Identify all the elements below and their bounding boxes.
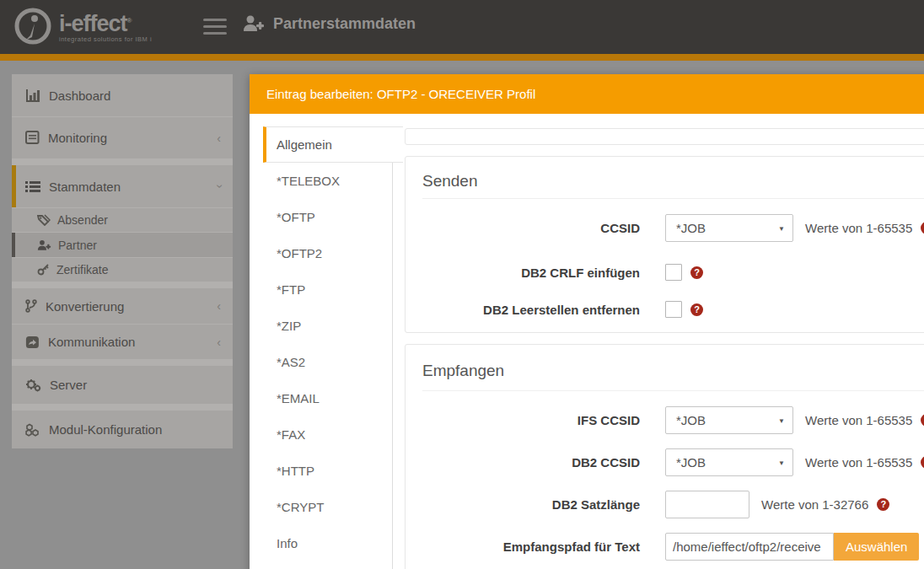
section-title: Empfangen bbox=[422, 362, 924, 380]
sidebar-nav: Dashboard Monitoring Stammdaten bbox=[12, 74, 233, 448]
sidebar-item-label: Absender bbox=[57, 213, 108, 227]
scrolled-panel-edge bbox=[405, 128, 924, 145]
app-logo: i-effect® integrated solutions for IBM i bbox=[13, 7, 152, 46]
edit-entry-dialog: Eintrag bearbeiten: OFTP2 - ORECEIVER Pr… bbox=[250, 74, 924, 569]
page-title: Partnerstammdaten bbox=[273, 15, 416, 33]
list-icon bbox=[25, 180, 40, 193]
select-value: *JOB bbox=[676, 221, 706, 235]
sidebar-item-partner[interactable]: Partner bbox=[12, 233, 233, 257]
tab-fax[interactable]: *FAX bbox=[263, 416, 340, 453]
sidebar-item-label: Monitoring bbox=[48, 131, 107, 145]
brand-name: i-effect® bbox=[59, 10, 152, 35]
db2-ccsid-select[interactable]: *JOB bbox=[665, 448, 793, 476]
sidebar-item-label: Zertifikate bbox=[56, 263, 108, 276]
form-row-empfangspfad: Empfangspfad für Text Auswählen bbox=[422, 533, 924, 561]
field-label: Empfangspfad für Text bbox=[422, 539, 640, 554]
sidebar-item-kommunikation[interactable]: Kommunikation bbox=[12, 325, 233, 359]
menu-toggle-icon[interactable] bbox=[203, 19, 227, 35]
tab-allgemein[interactable]: Allgemein bbox=[263, 126, 403, 163]
logo-swirl-icon bbox=[13, 7, 52, 46]
share-arrow-icon bbox=[25, 335, 40, 349]
form-row-db2-crlf: DB2 CRLF einfügen bbox=[422, 264, 924, 281]
sidebar-item-label: Dashboard bbox=[49, 89, 110, 103]
cubes-icon bbox=[25, 423, 40, 437]
form-row-ifs-ccsid: IFS CCSID *JOB Werte von 1-65535 bbox=[422, 406, 924, 434]
accent-strip bbox=[0, 54, 924, 61]
dialog-title: Eintrag bearbeiten: OFTP2 - ORECEIVER Pr… bbox=[250, 87, 535, 101]
tab-crypt[interactable]: *CRYPT bbox=[263, 489, 340, 525]
chevron-left-icon bbox=[217, 132, 221, 145]
chevron-left-icon bbox=[217, 335, 221, 349]
dialog-header: Eintrag bearbeiten: OFTP2 - ORECEIVER Pr… bbox=[250, 74, 924, 114]
select-arrow-icon bbox=[778, 449, 785, 477]
user-plus-icon bbox=[243, 14, 265, 33]
tab-oftp[interactable]: *OFTP bbox=[263, 199, 340, 235]
tab-telebox[interactable]: *TELEBOX bbox=[263, 163, 340, 199]
tab-content-area: Senden CCSID *JOB Werte von 1-65535 DB2 … bbox=[405, 114, 924, 569]
dialog-body: Allgemein *TELEBOX *OFTP *OFTP2 *FTP *ZI… bbox=[250, 114, 924, 569]
tab-zip[interactable]: *ZIP bbox=[263, 308, 340, 344]
sidebar-item-absender[interactable]: Absender bbox=[12, 208, 233, 232]
tags-icon bbox=[37, 214, 51, 226]
help-icon[interactable] bbox=[690, 303, 703, 316]
book-icon bbox=[25, 131, 40, 145]
sidebar-item-zertifikate[interactable]: Zertifikate bbox=[12, 258, 233, 282]
sidebar-item-stammdaten[interactable]: Stammdaten bbox=[12, 165, 233, 207]
tab-ftp[interactable]: *FTP bbox=[263, 271, 340, 308]
chevron-down-icon bbox=[212, 185, 226, 189]
db2-leerstellen-checkbox[interactable] bbox=[665, 301, 682, 318]
page-header: Partnerstammdaten bbox=[243, 14, 416, 33]
field-label: DB2 CRLF einfügen bbox=[422, 266, 640, 280]
key-icon bbox=[37, 264, 50, 276]
code-branch-icon bbox=[25, 299, 37, 313]
bar-chart-icon bbox=[25, 89, 40, 103]
sidebar-item-konvertierung[interactable]: Konvertierung bbox=[12, 288, 233, 324]
sidebar-item-label: Kommunikation bbox=[48, 335, 135, 349]
ifs-ccsid-select[interactable]: *JOB bbox=[665, 406, 793, 434]
value-range-hint: Werte von 1-32766 bbox=[761, 497, 868, 512]
select-arrow-icon bbox=[778, 407, 785, 435]
senden-panel: Senden CCSID *JOB Werte von 1-65535 DB2 … bbox=[405, 156, 924, 333]
form-row-db2-ccsid: DB2 CCSID *JOB Werte von 1-65535 bbox=[422, 448, 924, 476]
field-label: IFS CCSID bbox=[422, 413, 640, 427]
tab-oftp2[interactable]: *OFTP2 bbox=[263, 235, 340, 271]
sidebar-item-modul-konfiguration[interactable]: Modul-Konfiguration bbox=[12, 411, 233, 448]
section-divider bbox=[422, 390, 924, 391]
sidebar-item-label: Modul-Konfiguration bbox=[49, 422, 162, 437]
sidebar-item-dashboard[interactable]: Dashboard bbox=[12, 74, 233, 116]
registered-mark: ® bbox=[127, 17, 132, 24]
help-icon[interactable] bbox=[921, 456, 924, 469]
help-icon[interactable] bbox=[921, 414, 924, 427]
field-label: CCSID bbox=[422, 221, 640, 235]
help-icon[interactable] bbox=[921, 222, 924, 234]
ccsid-select[interactable]: *JOB bbox=[665, 214, 793, 242]
sidebar-item-label: Server bbox=[50, 378, 87, 392]
gears-icon bbox=[25, 378, 41, 392]
help-icon[interactable] bbox=[690, 266, 703, 279]
field-label: DB2 Leerstellen entfernen bbox=[422, 303, 640, 317]
form-row-db2-satzlaenge: DB2 Satzlänge Werte von 1-32766 bbox=[422, 491, 924, 518]
tab-info[interactable]: Info bbox=[263, 525, 340, 561]
user-plus-icon bbox=[37, 239, 51, 251]
db2-crlf-checkbox[interactable] bbox=[665, 264, 682, 281]
select-arrow-icon bbox=[778, 215, 785, 243]
section-divider bbox=[422, 198, 924, 199]
section-title: Senden bbox=[422, 172, 924, 191]
help-icon[interactable] bbox=[877, 498, 889, 511]
field-label: DB2 Satzlänge bbox=[422, 497, 640, 512]
form-row-db2-leerstellen: DB2 Leerstellen entfernen bbox=[422, 301, 924, 318]
db2-satzlaenge-input[interactable] bbox=[665, 491, 749, 518]
tab-email[interactable]: *EMAIL bbox=[263, 380, 340, 416]
empfangen-panel: Empfangen IFS CCSID *JOB Werte von 1-655… bbox=[405, 344, 924, 569]
field-label: DB2 CCSID bbox=[422, 455, 640, 470]
tab-http[interactable]: *HTTP bbox=[263, 453, 340, 489]
sidebar-item-label: Partner bbox=[58, 239, 97, 252]
auswaehlen-button[interactable]: Auswählen bbox=[834, 533, 919, 561]
tab-as2[interactable]: *AS2 bbox=[263, 344, 340, 380]
empfangspfad-input[interactable] bbox=[665, 533, 834, 561]
sidebar-item-monitoring[interactable]: Monitoring bbox=[12, 117, 233, 158]
select-value: *JOB bbox=[676, 413, 706, 427]
select-value: *JOB bbox=[676, 455, 706, 470]
value-range-hint: Werte von 1-65535 bbox=[805, 221, 912, 235]
sidebar-item-server[interactable]: Server bbox=[12, 366, 233, 404]
